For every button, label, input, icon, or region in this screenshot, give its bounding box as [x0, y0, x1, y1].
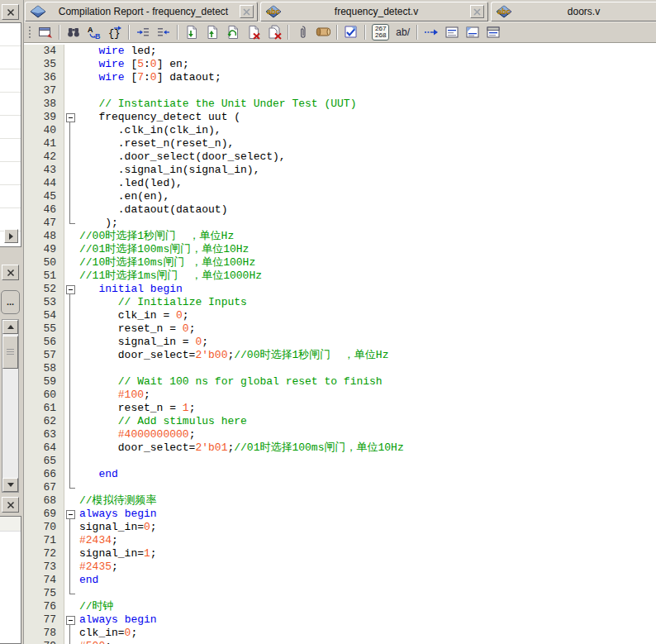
unindent-button[interactable] [154, 24, 174, 41]
code-line[interactable]: 36 wire [7:0] dataout; [24, 71, 656, 84]
code-text: initial begin [79, 283, 656, 296]
code-editor-pane[interactable]: 34 wire led;35 wire [5:0] en;36 wire [7:… [24, 43, 656, 644]
more-options-button[interactable]: ... [1, 290, 20, 314]
code-line[interactable]: 75 [24, 587, 656, 600]
code-text: .dataout(dataout) [79, 203, 656, 217]
tab-doors-v[interactable]: abc doors.v [491, 2, 656, 21]
code-line[interactable]: 67 [24, 481, 656, 494]
doc-outline-button[interactable] [442, 24, 462, 41]
code-line[interactable]: 66 end [24, 468, 656, 481]
fold-collapse-button[interactable] [64, 111, 79, 124]
pages-delete-button[interactable] [264, 24, 284, 41]
tab-close-button[interactable] [470, 5, 484, 18]
line-number: 76 [24, 600, 64, 613]
fold-guide [64, 84, 79, 98]
code-line[interactable]: 50//10时选择10ms闸门 ，单位100Hz [24, 256, 656, 270]
code-line[interactable]: 38 // Instantiate the Unit Under Test (U… [24, 98, 656, 111]
find-button[interactable] [64, 24, 83, 41]
code-line[interactable]: 73#2435; [24, 561, 656, 574]
scroll-down-button[interactable] [2, 478, 18, 492]
code-line[interactable]: 65 [24, 455, 656, 468]
code-line[interactable]: 68//模拟待测频率 [24, 494, 656, 508]
page-curved-arrow-button[interactable] [223, 24, 243, 41]
code-line[interactable]: 69always begin [24, 508, 656, 521]
code-line[interactable]: 77always begin [24, 613, 656, 627]
goto-button[interactable]: {} [105, 24, 125, 41]
page-arrow-down-button[interactable] [182, 24, 202, 41]
scroll-up-button[interactable] [2, 320, 18, 334]
doc-properties-button[interactable] [483, 24, 503, 41]
line-counter[interactable]: 267 268 [372, 24, 389, 41]
tab-close-button[interactable] [240, 5, 254, 18]
code-line[interactable]: 78clk_in=0; [24, 627, 656, 640]
code-line[interactable]: 47 ); [24, 217, 656, 230]
code-line[interactable]: 54 clk_in = 0; [24, 309, 656, 322]
code-line[interactable]: 59 // Wait 100 ns for global reset to fi… [24, 375, 656, 389]
code-line[interactable]: 34 wire led; [24, 45, 656, 58]
tab-compilation-report[interactable]: Compilation Report - frequency_detect [25, 2, 258, 21]
code-line[interactable]: 48//00时选择1秒闸门 ，单位Hz [24, 230, 656, 243]
paperclip-icon [297, 25, 308, 40]
toolbar-drag-handle[interactable] [27, 25, 32, 40]
page-arrow-up-button[interactable] [202, 24, 222, 41]
code-line[interactable]: 51//11时选择1ms闸门 ，单位1000Hz [24, 270, 656, 283]
toolbar-separator [128, 25, 130, 40]
code-line[interactable]: 70signal_in=0; [24, 521, 656, 534]
macro-button[interactable] [313, 24, 333, 41]
fold-collapse-button[interactable] [64, 508, 79, 521]
svg-text:abc: abc [497, 7, 511, 16]
code-line[interactable]: 57 door_select=2'b00;//00时选择1秒闸门 ，单位Hz [24, 349, 656, 362]
code-line[interactable]: 79#500; [24, 640, 656, 644]
code-line[interactable]: 62 // Add stimulus here [24, 415, 656, 428]
syntax-check-button[interactable] [341, 24, 361, 41]
code-line[interactable]: 46 .dataout(dataout) [24, 203, 656, 217]
tab-frequency-detect-v[interactable]: abc frequency_detect.v [260, 2, 488, 21]
scroll-thumb[interactable] [2, 336, 18, 369]
fold-guide [64, 494, 79, 508]
line-number: 64 [24, 441, 64, 455]
goto-next-button[interactable] [421, 24, 441, 41]
pane-scroll-right-button[interactable] [4, 229, 18, 243]
replace-button[interactable]: AB [84, 24, 104, 41]
code-line[interactable]: 40 .clk_in(clk_in), [24, 124, 656, 137]
code-line[interactable]: 37 [24, 84, 656, 98]
code-line[interactable]: 58 [24, 362, 656, 375]
fold-collapse-button[interactable] [64, 283, 79, 296]
fold-collapse-button[interactable] [64, 613, 79, 627]
code-line[interactable]: 53 // Initialize Inputs [24, 296, 656, 309]
code-line[interactable]: 42 .door_select(door_select), [24, 150, 656, 164]
docked-pane-close-button-top[interactable] [2, 4, 19, 20]
code-line[interactable]: 39 frequency_detect uut ( [24, 111, 656, 124]
docked-pane-close-button-middle[interactable] [2, 265, 19, 280]
code-text: #2435; [79, 561, 656, 574]
code-text: #500; [79, 640, 656, 644]
code-line[interactable]: 45 .en(en), [24, 190, 656, 203]
code-line[interactable]: 55 reset_n = 0; [24, 322, 656, 336]
code-line[interactable]: 71#2434; [24, 534, 656, 547]
editor-window-button[interactable] [36, 24, 55, 41]
code-line[interactable]: 64 door_select=2'b01;//01时选择100ms闸门，单位10… [24, 441, 656, 455]
code-line[interactable]: 35 wire [5:0] en; [24, 58, 656, 71]
page-delete-button[interactable] [244, 24, 264, 41]
vertical-scrollbar[interactable] [2, 319, 19, 493]
ab-toggle-button[interactable]: ab/ [392, 24, 413, 41]
code-line[interactable]: 61 reset_n = 1; [24, 402, 656, 415]
code-line[interactable]: 43 .signal_in(signal_in), [24, 164, 656, 177]
code-line[interactable]: 60 #100; [24, 389, 656, 402]
code-text: //时钟 [79, 600, 656, 613]
docked-pane-close-button-bottom[interactable] [2, 497, 19, 513]
indent-button[interactable] [133, 24, 153, 41]
line-number: 57 [24, 349, 64, 362]
code-line[interactable]: 63 #4000000000; [24, 428, 656, 441]
attach-button[interactable] [292, 24, 312, 41]
code-line[interactable]: 74end [24, 574, 656, 587]
doc-template-button[interactable] [463, 24, 482, 41]
code-text: //00时选择1秒闸门 ，单位Hz [79, 230, 656, 243]
code-line[interactable]: 52 initial begin [24, 283, 656, 296]
code-line[interactable]: 72signal_in=1; [24, 547, 656, 561]
code-line[interactable]: 76//时钟 [24, 600, 656, 613]
code-line[interactable]: 44 .led(led), [24, 177, 656, 190]
code-line[interactable]: 41 .reset_n(reset_n), [24, 137, 656, 150]
code-line[interactable]: 49//01时选择100ms闸门，单位10Hz [24, 243, 656, 256]
code-line[interactable]: 56 signal_in = 0; [24, 336, 656, 349]
